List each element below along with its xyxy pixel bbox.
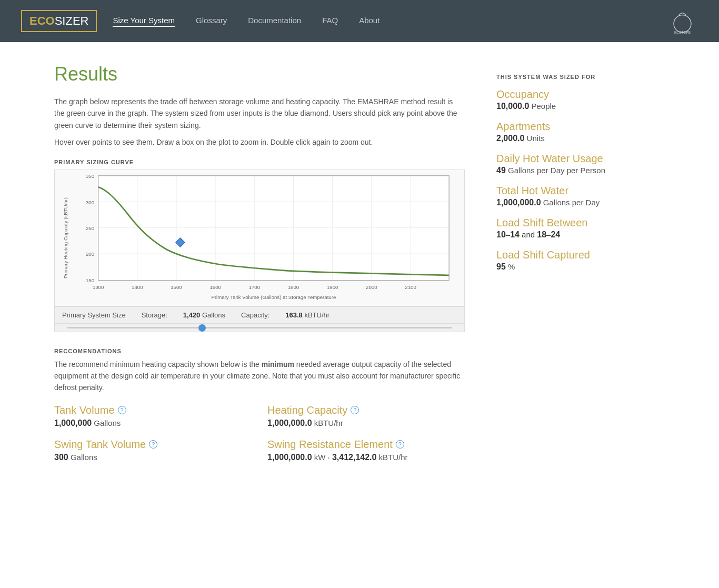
info-daily-hot-water-usage-label: Daily Hot Water Usage xyxy=(496,153,665,165)
rec-item-swing-tank-volume: Swing Tank Volume ? 300 Gallons xyxy=(54,438,252,462)
info-total-hot-water: Total Hot Water 1,000,000.0 Gallons per … xyxy=(496,185,665,207)
tank-volume-help-icon[interactable]: ? xyxy=(118,406,126,414)
primary-size-label: Primary System Size xyxy=(62,311,126,319)
right-panel: THIS SYSTEM WAS SIZED FOR Occupancy 10,0… xyxy=(496,63,665,462)
svg-text:1800: 1800 xyxy=(288,284,299,290)
info-total-hot-water-label: Total Hot Water xyxy=(496,185,665,197)
logo-eco: ECO xyxy=(29,14,55,27)
recommendations-section: RECCOMENDATIONS The recommend minimum he… xyxy=(54,348,465,462)
logo-sizer: SIZER xyxy=(55,14,89,27)
rec-swing-tank-volume-value: 300 Gallons xyxy=(54,453,252,462)
storage-unit: Gallons xyxy=(202,311,225,319)
info-occupancy: Occupancy 10,000.0 People xyxy=(496,88,665,111)
capacity-value: 163.8 xyxy=(285,311,303,319)
svg-text:2100: 2100 xyxy=(405,284,416,290)
info-occupancy-label: Occupancy xyxy=(496,88,665,101)
capacity-label: Capacity: xyxy=(241,311,269,319)
svg-text:1300: 1300 xyxy=(93,284,104,290)
info-occupancy-value: 10,000.0 People xyxy=(496,102,665,111)
rec-section-label: RECCOMENDATIONS xyxy=(54,348,465,354)
rec-tank-volume-label: Tank Volume ? xyxy=(54,404,252,416)
svg-text:1500: 1500 xyxy=(171,284,182,290)
rec-bold: minimum xyxy=(262,360,294,368)
page-title: Results xyxy=(54,63,465,85)
svg-text:1900: 1900 xyxy=(327,284,338,290)
rec-swing-resistance-element-value: 1,000,000.0 kW · 3,412,142.0 kBTU/hr xyxy=(267,453,465,462)
rec-tank-volume-value: 1,000,000 Gallons xyxy=(54,418,252,428)
svg-text:200: 200 xyxy=(86,251,94,257)
svg-rect-3 xyxy=(98,175,450,280)
svg-text:ECOTOPE: ECOTOPE xyxy=(674,31,690,34)
rec-heating-capacity-value: 1,000,000.0 kBTU/hr xyxy=(267,418,465,428)
ecotope-logo: ECOTOPE xyxy=(666,5,698,37)
svg-text:300: 300 xyxy=(86,199,94,205)
svg-text:150: 150 xyxy=(86,277,94,283)
svg-text:Primary Heating Capacity (kBTU: Primary Heating Capacity (kBTU/hr) xyxy=(62,197,68,278)
rec-swing-tank-volume-label: Swing Tank Volume ? xyxy=(54,438,252,451)
slider-track[interactable] xyxy=(67,327,452,328)
storage-value: 1,420 xyxy=(183,311,201,319)
info-apartments: Apartments 2,000.0 Units xyxy=(496,121,665,143)
nav-documentation[interactable]: Documentation xyxy=(248,16,301,27)
capacity-unit: kBTU/hr xyxy=(304,311,329,319)
slider-row[interactable] xyxy=(54,324,465,332)
svg-text:Primary Tank Volume (Gallons) : Primary Tank Volume (Gallons) at Storage… xyxy=(211,294,336,300)
left-panel: Results The graph below represents the t… xyxy=(54,63,465,462)
rec-description: The recommend minimum heating capacity s… xyxy=(54,358,465,394)
info-load-shift-captured-value: 95 % xyxy=(496,262,665,272)
description-2: Hover over points to see them. Draw a bo… xyxy=(54,136,465,148)
chart-svg[interactable]: Primary Heating Capacity (kBTU/hr) xyxy=(55,170,464,306)
storage-label: Storage: xyxy=(142,311,167,319)
description-1: The graph below represents the trade off… xyxy=(54,96,465,131)
primary-sizing-label: PRIMARY SIZING CURVE xyxy=(54,159,465,165)
nav-about[interactable]: About xyxy=(359,16,380,27)
main-nav: Size Your System Glossary Documentation … xyxy=(113,16,666,27)
nav-glossary[interactable]: Glossary xyxy=(196,16,227,27)
svg-text:350: 350 xyxy=(86,173,94,179)
info-load-shift-captured: Load Shift Captured 95 % xyxy=(496,249,665,272)
logo[interactable]: ECOSIZER xyxy=(21,10,97,32)
primary-size-bar: Primary System Size Storage: 1,420 Gallo… xyxy=(54,306,465,324)
rec-item-heating-capacity: Heating Capacity ? 1,000,000.0 kBTU/hr xyxy=(267,404,465,428)
nav-faq[interactable]: FAQ xyxy=(322,16,338,27)
chart-container[interactable]: Primary Heating Capacity (kBTU/hr) xyxy=(54,170,465,306)
rec-grid: Tank Volume ? 1,000,000 Gallons Heating … xyxy=(54,404,465,462)
main-layout: Results The graph below represents the t… xyxy=(23,42,696,483)
rec-swing-resistance-element-label: Swing Resistance Element ? xyxy=(267,438,465,451)
swing-tank-volume-help-icon[interactable]: ? xyxy=(149,440,157,449)
info-apartments-label: Apartments xyxy=(496,121,665,133)
svg-text:2000: 2000 xyxy=(366,284,377,290)
svg-text:1600: 1600 xyxy=(209,284,221,290)
info-daily-hot-water-usage-value: 49 Gallons per Day per Person xyxy=(496,166,665,175)
slider-dot[interactable] xyxy=(198,324,206,332)
info-daily-hot-water-usage: Daily Hot Water Usage 49 Gallons per Day… xyxy=(496,153,665,175)
info-total-hot-water-value: 1,000,000.0 Gallons per Day xyxy=(496,198,665,207)
nav-size-your-system[interactable]: Size Your System xyxy=(113,16,175,27)
header: ECOSIZER Size Your System Glossary Docum… xyxy=(0,0,719,42)
info-load-shift-between-value: 10–14 and 18–24 xyxy=(496,230,665,240)
rec-heating-capacity-label: Heating Capacity ? xyxy=(267,404,465,416)
svg-text:1700: 1700 xyxy=(249,284,260,290)
info-load-shift-between: Load Shift Between 10–14 and 18–24 xyxy=(496,217,665,240)
info-load-shift-between-label: Load Shift Between xyxy=(496,217,665,229)
rec-item-swing-resistance-element: Swing Resistance Element ? 1,000,000.0 k… xyxy=(267,438,465,462)
info-load-shift-captured-label: Load Shift Captured xyxy=(496,249,665,261)
sized-for-label: THIS SYSTEM WAS SIZED FOR xyxy=(496,74,665,80)
svg-text:1400: 1400 xyxy=(132,284,143,290)
swing-resistance-element-help-icon[interactable]: ? xyxy=(396,440,404,449)
heating-capacity-help-icon[interactable]: ? xyxy=(351,406,359,414)
svg-text:250: 250 xyxy=(86,225,94,231)
info-apartments-value: 2,000.0 Units xyxy=(496,134,665,143)
rec-item-tank-volume: Tank Volume ? 1,000,000 Gallons xyxy=(54,404,252,428)
svg-point-0 xyxy=(674,15,691,32)
